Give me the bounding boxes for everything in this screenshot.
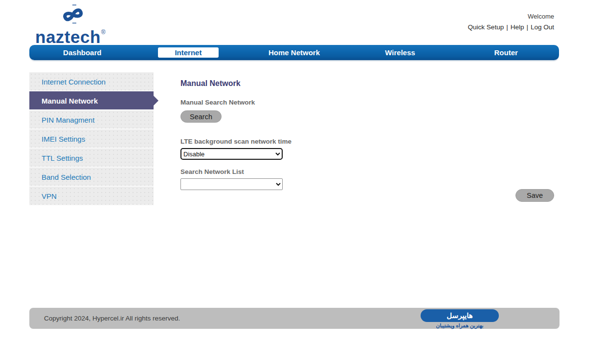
tab-label: Wireless — [385, 48, 415, 57]
tab-label: Dashboard — [63, 48, 101, 57]
logout-link[interactable]: Log Out — [531, 23, 554, 31]
page-title: Manual Network — [180, 79, 559, 88]
sidebar-item-band-selection[interactable]: Band Selection — [29, 168, 154, 187]
welcome-text: Welcome — [468, 13, 554, 20]
lte-scan-select[interactable]: Disable — [180, 148, 283, 160]
network-list-label: Search Network List — [180, 168, 559, 175]
tab-label-active: Internet — [158, 47, 219, 58]
tab-internet[interactable]: Internet — [135, 47, 242, 58]
hypercel-logo: هایپرسل بهترین همراه وپشتیبان — [421, 309, 499, 328]
brand-name-text: naztech — [35, 27, 101, 46]
tab-home-network[interactable]: Home Network — [241, 48, 347, 57]
sidebar-item-imei-settings[interactable]: IMEI Settings — [29, 129, 154, 149]
quick-setup-link[interactable]: Quick Setup — [468, 23, 504, 31]
sidebar-item-internet-connection[interactable]: Internet Connection — [29, 72, 154, 91]
lte-scan-label: LTE background scan network time — [180, 138, 559, 145]
search-button[interactable]: Search — [180, 110, 222, 123]
link-separator: | — [526, 23, 528, 31]
hypercel-tagline: بهترین همراه وپشتیبان — [421, 322, 499, 328]
header-links: Quick Setup|Help|Log Out — [468, 23, 554, 31]
tab-label: Router — [494, 48, 518, 57]
tab-label: Home Network — [268, 48, 320, 57]
manual-search-label: Manual Search Network — [180, 99, 559, 106]
brand-name: naztech® — [35, 24, 116, 45]
help-link[interactable]: Help — [511, 23, 524, 31]
sidebar-item-manual-network[interactable]: Manual Network — [29, 91, 154, 110]
welcome-area: Welcome Quick Setup|Help|Log Out — [468, 13, 554, 31]
main-content: Manual Network Manual Search Network Sea… — [180, 72, 559, 190]
hypercel-logo-box: هایپرسل — [421, 309, 499, 322]
page: naztech® Welcome Quick Setup|Help|Log Ou… — [0, 0, 604, 364]
sidebar: Internet Connection Manual Network PIN M… — [29, 72, 154, 206]
network-list-select[interactable] — [180, 178, 283, 190]
registered-mark: ® — [101, 29, 106, 36]
link-separator: | — [506, 23, 508, 31]
sidebar-item-vpn[interactable]: VPN — [29, 187, 154, 206]
brand-logo: naztech® — [35, 4, 116, 45]
tab-router[interactable]: Router — [453, 48, 559, 57]
sidebar-item-pin-managment[interactable]: PIN Managment — [29, 110, 154, 129]
tab-dashboard[interactable]: Dashboard — [29, 48, 135, 57]
main-nav: Dashboard Internet Home Network Wireless… — [29, 45, 559, 60]
tab-wireless[interactable]: Wireless — [347, 48, 453, 57]
save-button[interactable]: Save — [515, 189, 554, 202]
footer: Copyright 2024, Hypercel.ir All rights r… — [29, 308, 559, 329]
naztech-infinity-icon — [58, 4, 92, 24]
sidebar-item-ttl-settings[interactable]: TTL Settings — [29, 149, 154, 168]
